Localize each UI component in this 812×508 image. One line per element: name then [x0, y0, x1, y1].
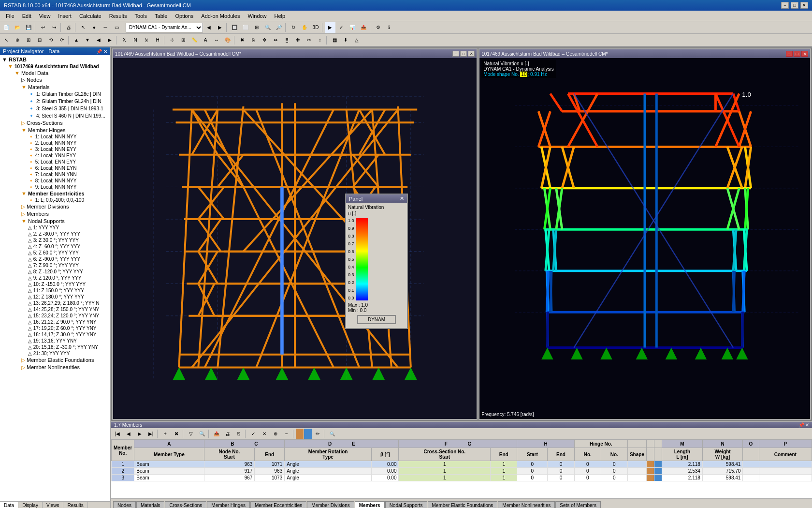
- bottom-tab-members[interactable]: Members: [355, 501, 385, 508]
- menu-insert[interactable]: Insert: [54, 12, 75, 20]
- tb2-4[interactable]: ⊟: [34, 35, 45, 45]
- tb-check[interactable]: ✓: [336, 22, 347, 33]
- table-row[interactable]: 1 Beam 963 1071 Angle 0.00 1 1 0 0 0 0 2…: [112, 461, 812, 468]
- tbl-color1[interactable]: [296, 429, 304, 439]
- tb-redo[interactable]: ↪: [49, 22, 59, 33]
- menu-view[interactable]: View: [35, 12, 55, 20]
- tb2-cs[interactable]: ▦: [329, 35, 340, 45]
- tree-hinge4[interactable]: 🔸 4: Local; YNN EYY: [27, 152, 109, 159]
- tb2-norm[interactable]: N: [130, 35, 141, 45]
- tb-export[interactable]: 📤: [358, 22, 369, 33]
- tree-member-divisions[interactable]: ▷ Member Divisions: [20, 203, 109, 210]
- tb2-hide[interactable]: H: [152, 35, 163, 45]
- tree-sup18[interactable]: △ 18: 14,17; Z 30.0 °; YYY YNY: [27, 331, 109, 338]
- tree-sup5[interactable]: △ 5: Z 60.0 °; YYY YYY: [27, 250, 109, 256]
- panel-close[interactable]: ✕: [400, 195, 404, 202]
- tree-mat1[interactable]: 🔹 1: Glulam Timber GL28c | DIN: [27, 90, 109, 98]
- menu-window[interactable]: Window: [244, 12, 270, 20]
- tb2-label[interactable]: A: [200, 35, 211, 45]
- tb-run[interactable]: ▶: [325, 22, 335, 33]
- tree-hinge2[interactable]: 🔸 2: Local; NNN NYY: [27, 140, 109, 146]
- tb-open[interactable]: 📂: [12, 22, 23, 33]
- tree-ecc1[interactable]: 🔸 1: L; 0,0,-100; 0,0,-100: [27, 197, 109, 203]
- tbl-check[interactable]: ✓: [248, 429, 259, 439]
- tb-save[interactable]: 💾: [23, 22, 34, 33]
- tb2-snap[interactable]: ⊹: [167, 35, 177, 45]
- left-restore[interactable]: □: [460, 51, 467, 57]
- tb-node[interactable]: ●: [89, 22, 100, 33]
- right-minimize[interactable]: −: [786, 51, 793, 57]
- tb2-measure[interactable]: 📏: [189, 35, 200, 45]
- tree-materials[interactable]: ▼ Materials: [20, 84, 109, 90]
- right-view-content[interactable]: Natural Vibration u [-] DYNAM CA1 - Dyna…: [479, 58, 810, 419]
- tb2-5[interactable]: ⟲: [45, 35, 56, 45]
- menu-calculate[interactable]: Calculate: [75, 12, 105, 20]
- left-minimize[interactable]: −: [452, 51, 459, 57]
- tbl-add[interactable]: +: [160, 429, 171, 439]
- tb2-10[interactable]: ▶: [104, 35, 115, 45]
- members-pin[interactable]: 📌: [798, 422, 804, 428]
- tree-nodes[interactable]: ▷ Nodes: [20, 76, 109, 84]
- nav-tab-views[interactable]: Views: [43, 502, 64, 508]
- tb2-section[interactable]: §: [141, 35, 152, 45]
- tb2-arr[interactable]: ⣿: [281, 35, 292, 45]
- bottom-tab-member-nonlinearities[interactable]: Member Nonlinearities: [498, 501, 555, 508]
- right-close[interactable]: ✕: [801, 51, 808, 57]
- menu-options[interactable]: Options: [171, 12, 197, 20]
- tbl-scroll[interactable]: 🔍: [327, 429, 337, 439]
- bottom-tab-nodes[interactable]: Nodes: [113, 501, 136, 508]
- tbl-delete[interactable]: ✖: [171, 429, 182, 439]
- tb-zoom-out[interactable]: 🔎: [274, 22, 284, 33]
- bottom-tab-nodal-supports[interactable]: Nodal Supports: [385, 501, 427, 508]
- close-button[interactable]: ✕: [800, 2, 808, 9]
- tb-wire[interactable]: ⬜: [240, 22, 251, 33]
- nav-pin[interactable]: 📌: [96, 49, 102, 54]
- tree-sup19[interactable]: △ 19: 13,16; YYY YNY: [27, 338, 109, 344]
- nav-tab-data[interactable]: Data: [0, 502, 18, 508]
- bottom-tab-member-elastic-foundations[interactable]: Member Elastic Foundations: [428, 501, 498, 508]
- tb-select[interactable]: ↖: [78, 22, 88, 33]
- tree-elastic-foundations[interactable]: ▷ Member Elastic Foundations: [20, 357, 109, 364]
- tbl-print[interactable]: 🖨: [222, 429, 233, 439]
- tb2-copy[interactable]: ⎘: [248, 35, 259, 45]
- tbl-last[interactable]: ▶|: [145, 429, 156, 439]
- tb-print[interactable]: 🖨: [63, 22, 74, 33]
- tb2-xray[interactable]: X: [119, 35, 130, 45]
- tb2-move[interactable]: ✥: [259, 35, 270, 45]
- menu-results[interactable]: Results: [105, 12, 131, 20]
- tree-sup11[interactable]: △ 11: Z 150.0 °; YYY YYY: [27, 287, 109, 294]
- tree-mat2[interactable]: 🔹 2: Glulam Timber GL24h | DIN: [27, 98, 109, 105]
- tb2-2[interactable]: ⊕: [12, 35, 23, 45]
- tb2-load[interactable]: ⬇: [340, 35, 351, 45]
- tree-root[interactable]: ▼ RSTAB: [1, 56, 109, 63]
- bottom-tab-materials[interactable]: Materials: [136, 501, 165, 508]
- tb2-dim[interactable]: ↔: [211, 35, 222, 45]
- tbl-draw[interactable]: ✏: [312, 429, 323, 439]
- tb2-mirror[interactable]: ⇔: [270, 35, 281, 45]
- menu-table[interactable]: Table: [151, 12, 171, 20]
- members-close[interactable]: ✕: [805, 422, 809, 428]
- tb-3d[interactable]: 3D: [310, 22, 321, 33]
- tree-sup13[interactable]: △ 13: 26,27,29; Z 180.0 °; YYY N: [27, 300, 109, 306]
- tb2-extend[interactable]: ↕: [315, 35, 325, 45]
- tbl-dash[interactable]: −: [281, 429, 292, 439]
- tbl-copy[interactable]: ⎘: [233, 429, 244, 439]
- tb-surface[interactable]: ▭: [111, 22, 122, 33]
- tree-hinge8[interactable]: 🔸 8: Local; NNN NYY: [27, 178, 109, 184]
- right-restore[interactable]: □: [794, 51, 800, 57]
- menu-help[interactable]: Help: [271, 12, 290, 20]
- nav-close[interactable]: ✕: [103, 49, 107, 54]
- tree-sup15[interactable]: △ 15: 23,24; Z 120.0 °; YYY YNY: [27, 313, 109, 319]
- tree-project[interactable]: ▼ 1017469 Aussichtsturm Bad Wildbad: [7, 63, 109, 70]
- tree-sup8[interactable]: △ 8: Z -120.0 °; YYY YYY: [27, 269, 109, 275]
- tree-sup4[interactable]: △ 4: Z -60.0 °; YYY YYY: [27, 243, 109, 250]
- tbl-color2[interactable]: [304, 429, 312, 439]
- tree-sup7[interactable]: △ 7: Z 90.0 °; YYY YYY: [27, 262, 109, 269]
- tree-hinge1[interactable]: 🔸 1: Local; NNN NYY: [27, 134, 109, 140]
- bottom-tab-member-hinges[interactable]: Member Hinges: [207, 501, 250, 508]
- tree-hinge7[interactable]: 🔸 7: Local; NNN YNN: [27, 171, 109, 178]
- tb-zoom-in[interactable]: 🔍: [262, 22, 273, 33]
- tree-hinge5[interactable]: 🔸 5: Local; ENN EYY: [27, 159, 109, 165]
- tb-settings[interactable]: ⚙: [373, 22, 383, 33]
- tb2-3[interactable]: ⊞: [23, 35, 34, 45]
